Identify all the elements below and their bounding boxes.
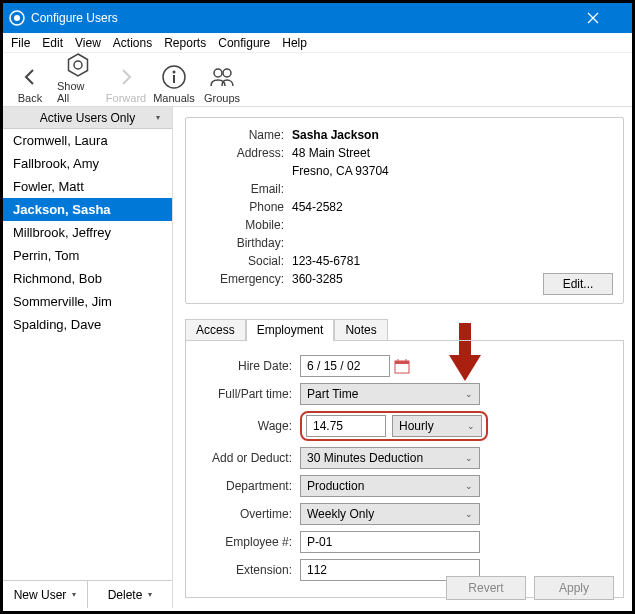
user-list-item[interactable]: Millbrook, Jeffrey (3, 221, 172, 244)
hire-date-field[interactable]: 6 / 15 / 02 (300, 355, 390, 377)
user-filter-dropdown[interactable]: Active Users Only ▾ (3, 107, 172, 129)
label-hire-date: Hire Date: (198, 359, 300, 373)
menu-configure[interactable]: Configure (214, 36, 274, 50)
menu-reports[interactable]: Reports (160, 36, 210, 50)
label-birthday: Birthday: (196, 236, 292, 250)
user-list: Cromwell, LauraFallbrook, AmyFowler, Mat… (3, 129, 172, 580)
chevron-left-icon (16, 63, 44, 91)
svg-rect-6 (173, 75, 175, 83)
employment-tab-panel: Hire Date: 6 / 15 / 02 Full/Part time: P… (185, 340, 624, 598)
svg-point-7 (214, 69, 222, 77)
menu-view[interactable]: View (71, 36, 105, 50)
show-all-button[interactable]: Show All (57, 51, 99, 104)
edit-button[interactable]: Edit... (543, 273, 613, 295)
caret-down-icon: ▾ (72, 590, 76, 599)
label-phone: Phone (196, 200, 292, 214)
svg-point-1 (14, 15, 20, 21)
value-mobile (292, 218, 613, 232)
value-social: 123-45-6781 (292, 254, 613, 268)
menu-edit[interactable]: Edit (38, 36, 67, 50)
svg-rect-12 (395, 361, 409, 364)
delete-button[interactable]: Delete ▾ (88, 581, 172, 608)
chevron-right-icon (112, 63, 140, 91)
user-list-item[interactable]: Jackson, Sasha (3, 198, 172, 221)
overtime-select[interactable]: Weekly Only⌄ (300, 503, 480, 525)
user-list-item[interactable]: Cromwell, Laura (3, 129, 172, 152)
toolbar: Back Show All Forward Manuals Groups (3, 53, 632, 107)
user-list-item[interactable]: Spalding, Dave (3, 313, 172, 336)
label-fullpart: Full/Part time: (198, 387, 300, 401)
user-list-item[interactable]: Perrin, Tom (3, 244, 172, 267)
chevron-down-icon: ⌄ (465, 481, 473, 491)
user-list-item[interactable]: Fowler, Matt (3, 175, 172, 198)
chevron-down-icon: ⌄ (465, 509, 473, 519)
app-icon (9, 10, 25, 26)
wage-highlight: 14.75 Hourly⌄ (300, 411, 488, 441)
label-overtime: Overtime: (198, 507, 300, 521)
label-department: Department: (198, 479, 300, 493)
value-address1: 48 Main Street (292, 146, 613, 160)
chevron-down-icon: ⌄ (465, 453, 473, 463)
user-list-item[interactable]: Fallbrook, Amy (3, 152, 172, 175)
apply-button[interactable]: Apply (534, 576, 614, 600)
label-add-deduct: Add or Deduct: (198, 451, 300, 465)
label-name: Name: (196, 128, 292, 142)
value-email (292, 182, 613, 196)
calendar-icon[interactable] (394, 358, 410, 374)
add-deduct-select[interactable]: 30 Minutes Deduction⌄ (300, 447, 480, 469)
label-social: Social: (196, 254, 292, 268)
tab-access[interactable]: Access (185, 319, 246, 341)
wage-type-select[interactable]: Hourly⌄ (392, 415, 482, 437)
label-employee-no: Employee #: (198, 535, 300, 549)
label-email: Email: (196, 182, 292, 196)
fullpart-select[interactable]: Part Time⌄ (300, 383, 480, 405)
back-button[interactable]: Back (9, 63, 51, 104)
svg-point-5 (173, 71, 176, 74)
revert-button[interactable]: Revert (446, 576, 526, 600)
tab-notes[interactable]: Notes (334, 319, 387, 341)
label-mobile: Mobile: (196, 218, 292, 232)
value-phone: 454-2582 (292, 200, 613, 214)
window-title: Configure Users (31, 11, 587, 25)
tab-employment[interactable]: Employment (246, 319, 335, 341)
user-list-item[interactable]: Richmond, Bob (3, 267, 172, 290)
menu-file[interactable]: File (7, 36, 34, 50)
gear-hex-icon (64, 51, 92, 79)
label-extension: Extension: (198, 563, 300, 577)
employee-no-field[interactable]: P-01 (300, 531, 480, 553)
caret-down-icon: ▾ (156, 113, 160, 122)
label-emergency: Emergency: (196, 272, 292, 286)
label-wage: Wage: (198, 419, 300, 433)
value-birthday (292, 236, 613, 250)
wage-amount-field[interactable]: 14.75 (306, 415, 386, 437)
chevron-down-icon: ⌄ (467, 421, 475, 431)
menu-actions[interactable]: Actions (109, 36, 156, 50)
caret-down-icon: ▾ (148, 590, 152, 599)
manuals-button[interactable]: Manuals (153, 63, 195, 104)
svg-point-3 (74, 61, 82, 69)
svg-point-8 (223, 69, 231, 77)
close-button[interactable] (587, 12, 632, 24)
user-list-item[interactable]: Sommerville, Jim (3, 290, 172, 313)
chevron-down-icon: ⌄ (465, 389, 473, 399)
value-address2: Fresno, CA 93704 (292, 164, 613, 178)
info-icon (160, 63, 188, 91)
forward-button: Forward (105, 63, 147, 104)
department-select[interactable]: Production⌄ (300, 475, 480, 497)
menu-help[interactable]: Help (278, 36, 311, 50)
new-user-button[interactable]: New User ▾ (3, 581, 88, 608)
users-icon (208, 63, 236, 91)
label-address: Address: (196, 146, 292, 160)
menubar: File Edit View Actions Reports Configure… (3, 33, 632, 53)
groups-button[interactable]: Groups (201, 63, 243, 104)
svg-marker-2 (69, 54, 88, 76)
value-name: Sasha Jackson (292, 128, 613, 142)
user-summary-panel: Name:Sasha Jackson Address:48 Main Stree… (185, 117, 624, 304)
